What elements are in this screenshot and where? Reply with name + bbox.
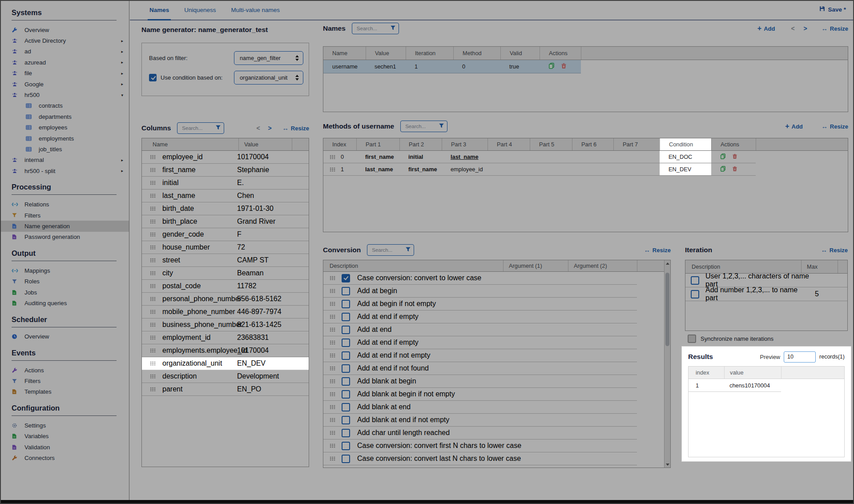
drag-handle-icon[interactable]	[330, 444, 335, 448]
conversion-row[interactable]: Case conversion: convert to lower case	[323, 272, 637, 285]
sidebar-item[interactable]: Settings	[1, 420, 129, 431]
conversion-checkbox[interactable]	[342, 287, 350, 295]
column-row[interactable]: employee_id 10170004	[142, 151, 309, 164]
conversion-checkbox[interactable]	[342, 351, 350, 360]
conversion-checkbox[interactable]	[342, 416, 350, 424]
names-search[interactable]	[352, 23, 399, 34]
conversion-checkbox[interactable]	[342, 429, 350, 437]
conversion-row[interactable]: Add blank at end if not empty	[323, 414, 637, 427]
tab-names[interactable]: Names	[148, 1, 171, 20]
conversion-row[interactable]: Add at begin	[323, 285, 637, 298]
sidebar-item[interactable]: Auditing queries	[1, 298, 129, 308]
drag-handle-icon[interactable]	[150, 323, 156, 327]
drag-handle-icon[interactable]	[150, 155, 156, 159]
conversion-checkbox[interactable]	[342, 364, 350, 373]
conversion-row[interactable]: Add char until length reached	[323, 427, 637, 439]
iteration-row[interactable]: Add number 1,2,3,... to name part 5	[685, 287, 847, 301]
drag-handle-icon[interactable]	[330, 155, 335, 159]
sidebar-item[interactable]: Templates	[1, 387, 129, 397]
copy-icon[interactable]	[720, 166, 726, 173]
drag-handle-icon[interactable]	[330, 167, 335, 172]
sidebar-item[interactable]: Password generation	[1, 232, 129, 242]
conversion-checkbox[interactable]	[342, 300, 350, 308]
column-row[interactable]: first_name Stephanie	[142, 164, 309, 177]
sidebar-item[interactable]: ad ▸	[1, 46, 129, 57]
conversion-search-input[interactable]	[371, 247, 405, 253]
sidebar-item[interactable]: Filters	[1, 210, 129, 221]
columns-search-input[interactable]	[181, 125, 215, 131]
sidebar-item[interactable]: Mappings	[1, 265, 129, 276]
conversion-checkbox[interactable]	[342, 339, 350, 347]
preview-input[interactable]	[784, 351, 816, 363]
sidebar-item[interactable]: employees	[1, 122, 129, 133]
column-row[interactable]: birth_date 1971-01-30	[142, 202, 309, 215]
sidebar-item[interactable]: Overview	[1, 24, 129, 35]
column-row[interactable]: description Development	[142, 370, 309, 383]
sidebar-item[interactable]: azuread ▸	[1, 57, 129, 68]
scroll-down-icon[interactable]	[665, 461, 670, 468]
column-row[interactable]: house_number 72	[142, 241, 309, 254]
result-row[interactable]: 1 chens10170004	[689, 379, 844, 391]
drag-handle-icon[interactable]	[150, 387, 156, 391]
conversion-row[interactable]	[323, 465, 637, 468]
scrollbar-thumb[interactable]	[665, 273, 669, 346]
sidebar-item[interactable]: Roles	[1, 276, 129, 286]
sidebar-item[interactable]: Active Directory ▸	[1, 35, 129, 46]
copy-icon[interactable]	[548, 63, 555, 70]
methods-search-input[interactable]	[404, 123, 439, 129]
trash-icon[interactable]	[561, 63, 567, 70]
conversion-row[interactable]: Add at end if not empty	[323, 349, 637, 362]
sidebar-item[interactable]: file ▸	[1, 68, 129, 79]
drag-handle-icon[interactable]	[150, 271, 156, 275]
conversion-row[interactable]: Case conversion: convert first N chars t…	[323, 439, 637, 452]
column-row[interactable]: street CAMP ST	[142, 254, 309, 267]
conversion-checkbox[interactable]	[342, 326, 350, 334]
column-row[interactable]: city Beaman	[142, 267, 309, 280]
drag-handle-icon[interactable]	[330, 418, 335, 422]
drag-handle-icon[interactable]	[330, 289, 335, 293]
drag-handle-icon[interactable]	[150, 168, 156, 172]
sidebar-item[interactable]: Filters	[1, 375, 129, 386]
drag-handle-icon[interactable]	[150, 245, 156, 250]
conversion-search[interactable]	[367, 244, 414, 256]
column-row[interactable]: employment_id 23683831	[142, 331, 309, 344]
conversion-checkbox[interactable]	[342, 274, 350, 282]
sidebar-item[interactable]: hr500 - split ▸	[1, 165, 129, 176]
drag-handle-icon[interactable]	[150, 232, 156, 237]
conversion-row[interactable]: Add at begin if not empty	[323, 298, 637, 310]
tab-uniqueness[interactable]: Uniqueness	[182, 1, 218, 20]
methods-search[interactable]	[400, 121, 447, 132]
iteration-row[interactable]: User 1,2,3,... characters of name part	[685, 274, 847, 287]
drag-handle-icon[interactable]	[330, 392, 335, 396]
conversion-scrollbar[interactable]	[664, 260, 670, 468]
filter-select[interactable]: name_gen_filter	[234, 51, 303, 65]
iteration-checkbox[interactable]	[691, 276, 699, 285]
sidebar-item[interactable]: Name generation	[1, 221, 129, 231]
drag-handle-icon[interactable]	[150, 310, 156, 314]
drag-handle-icon[interactable]	[150, 181, 156, 185]
drag-handle-icon[interactable]	[330, 366, 335, 371]
sidebar-item[interactable]: Overview	[1, 331, 129, 342]
names-prev-page-button[interactable]: <	[790, 25, 795, 32]
conversion-checkbox[interactable]	[342, 313, 350, 321]
names-add-button[interactable]: +Add	[757, 24, 775, 32]
conversion-checkbox[interactable]	[342, 377, 350, 386]
drag-handle-icon[interactable]	[330, 327, 335, 332]
column-row[interactable]: personal_phone_number 556-618-5162	[142, 293, 309, 306]
column-row[interactable]: birth_place Grand River	[142, 215, 309, 228]
synchronize-checkbox[interactable]	[688, 335, 696, 343]
drag-handle-icon[interactable]	[150, 206, 156, 211]
names-search-input[interactable]	[356, 25, 390, 32]
methods-add-button[interactable]: +Add	[785, 122, 803, 130]
iteration-checkbox[interactable]	[691, 290, 699, 298]
drag-handle-icon[interactable]	[330, 379, 335, 383]
sidebar-item[interactable]: Actions	[1, 365, 129, 375]
sidebar-item[interactable]: employments	[1, 133, 129, 144]
column-row[interactable]: parent EN_PO	[142, 383, 309, 396]
drag-handle-icon[interactable]	[330, 456, 335, 461]
conversion-row[interactable]: Case conversion: convert last N chars to…	[323, 452, 637, 465]
column-row[interactable]: gender_code F	[142, 228, 309, 241]
drag-handle-icon[interactable]	[150, 258, 156, 262]
column-row[interactable]: employments.employee_id 10170004	[142, 344, 309, 357]
drag-handle-icon[interactable]	[330, 405, 335, 409]
